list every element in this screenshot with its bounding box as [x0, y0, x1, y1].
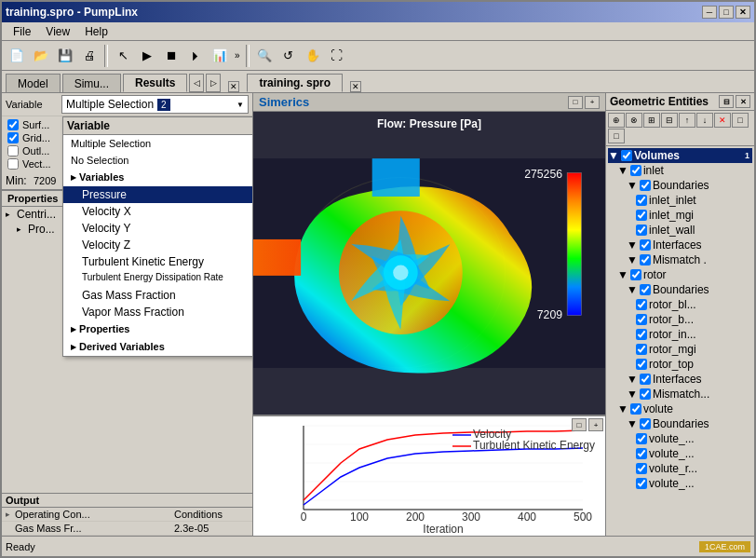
geo-tree-volute-4[interactable]: volute_...	[608, 476, 752, 491]
geo-btn-5[interactable]: ↑	[679, 113, 695, 128]
save-button[interactable]: 💾	[54, 45, 76, 67]
tab-simulate[interactable]: Simu...	[62, 74, 121, 92]
volute-3-checkbox[interactable]	[636, 463, 647, 474]
pan-button[interactable]: ✋	[302, 45, 324, 67]
geo-tree-rotor-bl[interactable]: rotor_bl...	[608, 297, 752, 312]
graph-max-button[interactable]: +	[588, 418, 603, 431]
rotor-boundaries-checkbox[interactable]	[640, 284, 651, 295]
dd-tedr[interactable]: Turbulent Energy Dissipation Rate [m²/s³…	[63, 270, 253, 287]
geo-btn-3[interactable]: ⊞	[643, 113, 660, 128]
volute-boundaries-checkbox[interactable]	[640, 418, 651, 429]
geo-tree-inlet-inlet[interactable]: inlet_inlet	[608, 193, 752, 208]
tab-next-button[interactable]: ▷	[206, 74, 221, 92]
vector-checkbox[interactable]	[7, 158, 19, 170]
inlet-wall-checkbox[interactable]	[636, 225, 647, 236]
maximize-button[interactable]: □	[719, 6, 734, 19]
geo-tree-inlet-interfaces[interactable]: ▼ Interfaces	[608, 238, 752, 252]
volumes-checkbox[interactable]	[621, 150, 632, 161]
dd-velocity-z[interactable]: Velocity Z [m/s] Flow	[63, 237, 253, 253]
dd-derived-section[interactable]: ▸ Derived Variables	[63, 338, 253, 356]
dd-tke[interactable]: Turbulent Kinetic Energy [m²/s²] Turbule…	[63, 253, 253, 270]
geo-tree-rotor-top[interactable]: rotor_top	[608, 357, 752, 372]
zoom-in-button[interactable]: 🔍	[253, 45, 276, 67]
geo-tree-rotor-boundaries[interactable]: ▼ Boundaries	[608, 282, 752, 297]
geo-tree-volute-2[interactable]: volute_...	[608, 446, 752, 461]
menu-help[interactable]: Help	[77, 23, 115, 40]
rotor-interfaces-checkbox[interactable]	[640, 374, 651, 385]
volute-4-checkbox[interactable]	[636, 478, 647, 489]
geo-tree-volute[interactable]: ▼ volute	[608, 401, 752, 416]
inlet-inlet-checkbox[interactable]	[636, 195, 647, 206]
grid-checkbox[interactable]	[7, 132, 19, 143]
outline-checkbox[interactable]	[7, 145, 19, 157]
geo-btn-6[interactable]: ↓	[696, 113, 713, 128]
geo-tree-rotor-b[interactable]: rotor_b...	[608, 312, 752, 327]
viewer-restore-button[interactable]: □	[568, 96, 583, 109]
geo-tree-inlet-wall[interactable]: inlet_wall	[608, 223, 752, 238]
rotor-b-checkbox[interactable]	[636, 314, 647, 325]
dd-gmf[interactable]: Gas Mass Fraction [-] Cavitation	[63, 287, 253, 304]
geo-tree-volute-3[interactable]: volute_r...	[608, 461, 752, 476]
geo-tree-inlet[interactable]: ▼ inlet	[608, 163, 752, 178]
stop-button[interactable]: ⏹	[160, 45, 182, 67]
menu-view[interactable]: View	[38, 23, 77, 40]
geo-tree-rotor-interfaces[interactable]: ▼ Interfaces	[608, 372, 752, 387]
print-button[interactable]: 🖨	[78, 45, 101, 67]
geo-btn-2[interactable]: ⊗	[626, 113, 642, 128]
dd-vmf[interactable]: Vapor Mass Fraction [-] Cavitation	[63, 304, 253, 320]
geo-btn-1[interactable]: ⊕	[608, 113, 625, 128]
run-button[interactable]: ▶	[136, 45, 158, 67]
rotor-mgi-checkbox[interactable]	[636, 344, 647, 355]
geo-tree-inlet-mgi[interactable]: inlet_mgi	[608, 208, 752, 223]
inlet-mgi-checkbox[interactable]	[636, 210, 647, 221]
geo-tree-rotor-in[interactable]: rotor_in...	[608, 327, 752, 342]
geo-tree-volumes[interactable]: ▼ Volumes 1	[608, 148, 752, 163]
tab-prev-button[interactable]: ◁	[189, 74, 204, 92]
geo-tree-volute-boundaries[interactable]: ▼ Boundaries	[608, 416, 752, 431]
graph-restore-button[interactable]: □	[572, 418, 587, 431]
geo-tree-inlet-boundaries[interactable]: ▼ Boundaries	[608, 178, 752, 193]
geo-btn-4[interactable]: ⊟	[661, 113, 678, 128]
tab-model[interactable]: Model	[6, 74, 61, 92]
tab-results[interactable]: Results	[123, 74, 187, 92]
volute-checkbox[interactable]	[630, 403, 641, 415]
geo-tree-volute-1[interactable]: volute_...	[608, 431, 752, 446]
menu-file[interactable]: File	[6, 23, 38, 40]
close-button[interactable]: ✕	[736, 6, 750, 19]
geo-tree-rotor-mgi[interactable]: rotor_mgi	[608, 342, 752, 357]
cursor-button[interactable]: ↖	[112, 45, 134, 67]
toolbar-more-button[interactable]: »	[233, 50, 242, 61]
geo-btn-7[interactable]: ✕	[714, 113, 731, 128]
dd-velocity-y[interactable]: Velocity Y [m/s] Flow	[63, 220, 253, 237]
dd-velocity-x[interactable]: Velocity X [m/s] Flow	[63, 203, 253, 220]
dd-pressure[interactable]: Pressure [Pa] Flow	[63, 186, 253, 203]
geo-btn-8[interactable]: □	[732, 113, 749, 128]
tab-close-button[interactable]: ✕	[228, 81, 239, 92]
new-button[interactable]: 📄	[6, 45, 28, 67]
tab-file[interactable]: training. spro	[247, 74, 343, 92]
geo-btn-9[interactable]: □	[608, 129, 625, 143]
dd-variables-section[interactable]: ▸ Variables	[63, 169, 253, 186]
inlet-mismatch-checkbox[interactable]	[640, 254, 651, 265]
dd-properties-section[interactable]: ▸ Properties	[63, 320, 253, 338]
surface-checkbox[interactable]	[7, 119, 19, 130]
minimize-button[interactable]: ─	[702, 6, 717, 19]
geo-close-button[interactable]: ✕	[736, 95, 750, 108]
dd-no-selection[interactable]: No Selection	[63, 152, 253, 169]
inlet-boundaries-checkbox[interactable]	[640, 180, 651, 191]
play-button[interactable]: ⏵	[184, 45, 207, 67]
variable-dropdown[interactable]: Multiple Selection 2 ▼ Variable Unit Mod…	[61, 95, 249, 114]
viewer-max-button[interactable]: +	[585, 96, 600, 109]
geo-tree-rotor-mismatch[interactable]: ▼ Mismatch...	[608, 387, 752, 401]
inlet-checkbox[interactable]	[630, 165, 641, 176]
geo-tree-rotor[interactable]: ▼ rotor	[608, 267, 752, 282]
volute-1-checkbox[interactable]	[636, 433, 647, 444]
dd-multiple-selection[interactable]: Multiple Selection	[63, 135, 253, 152]
rotor-bl-checkbox[interactable]	[636, 299, 647, 310]
geo-dock-button[interactable]: ⊟	[719, 95, 734, 108]
rotor-checkbox[interactable]	[630, 269, 641, 280]
rotor-mismatch-checkbox[interactable]	[640, 388, 651, 400]
rotor-in-checkbox[interactable]	[636, 329, 647, 340]
open-button[interactable]: 📂	[30, 45, 52, 67]
volute-2-checkbox[interactable]	[636, 448, 647, 459]
